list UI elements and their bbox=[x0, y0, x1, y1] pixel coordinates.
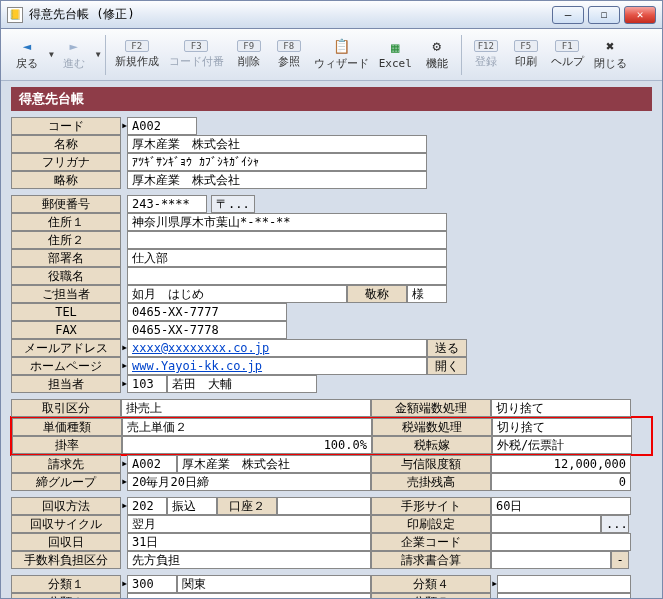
open-url-button[interactable]: 開く bbox=[427, 357, 467, 375]
value-note-site[interactable]: 60日 bbox=[491, 497, 631, 515]
value-bill-name: 厚木産業 株式会社 bbox=[177, 455, 371, 473]
value-inv-sum[interactable] bbox=[491, 551, 611, 569]
wizard-icon: 📋 bbox=[331, 38, 351, 54]
value-honorific[interactable]: 様 bbox=[407, 285, 447, 303]
label-account2: 口座２ bbox=[217, 497, 277, 515]
label-email: メールアドレス bbox=[11, 339, 121, 357]
value-recv-method-name: 振込 bbox=[167, 497, 217, 515]
wizard-button[interactable]: 📋 ウィザード bbox=[309, 32, 374, 78]
value-staff-name: 若田 大輔 bbox=[167, 375, 317, 393]
label-addr2: 住所２ bbox=[11, 231, 121, 249]
app-icon: 📒 bbox=[7, 7, 23, 23]
back-arrow-icon: ◄ bbox=[17, 38, 37, 54]
value-close-grp[interactable]: 20毎月20日締 bbox=[127, 473, 371, 491]
label-print-set: 印刷設定 bbox=[371, 515, 491, 533]
label-inv-sum: 請求書合算 bbox=[371, 551, 491, 569]
function-button[interactable]: ⚙ 機能 bbox=[417, 32, 457, 78]
label-fax: FAX bbox=[11, 321, 121, 339]
value-dept[interactable]: 仕入部 bbox=[127, 249, 447, 267]
value-recv-day[interactable]: 31日 bbox=[127, 533, 371, 551]
value-recv-method-code[interactable]: 202 bbox=[127, 497, 167, 515]
value-account2[interactable] bbox=[277, 497, 371, 515]
back-button[interactable]: ◄ 戻る bbox=[7, 32, 47, 78]
value-code[interactable]: A002 bbox=[127, 117, 197, 135]
label-furigana: フリガナ bbox=[11, 153, 121, 171]
value-tax-round[interactable]: 切り捨て bbox=[492, 418, 632, 436]
value-staff-code[interactable]: 103 bbox=[127, 375, 167, 393]
label-price-type: 単価種類 bbox=[12, 418, 122, 436]
label-title: 役職名 bbox=[11, 267, 121, 285]
new-button[interactable]: F2 新規作成 bbox=[110, 32, 164, 78]
maximize-button[interactable]: ☐ bbox=[588, 6, 620, 24]
window-title: 得意先台帳 (修正) bbox=[29, 6, 548, 23]
close-button[interactable]: ✖ 閉じる bbox=[589, 32, 632, 78]
value-recv-cycle[interactable]: 翌月 bbox=[127, 515, 371, 533]
inv-sum-minus-button[interactable]: - bbox=[611, 551, 629, 569]
label-name: 名称 bbox=[11, 135, 121, 153]
label-fee-kbn: 手数料負担区分 bbox=[11, 551, 121, 569]
label-amount-round: 金額端数処理 bbox=[371, 399, 491, 417]
value-cat2[interactable] bbox=[127, 593, 371, 598]
value-cat4[interactable] bbox=[497, 575, 631, 593]
value-addr2[interactable] bbox=[127, 231, 447, 249]
value-name[interactable]: 厚木産業 株式会社 bbox=[127, 135, 427, 153]
label-code: コード bbox=[11, 117, 121, 135]
label-tel: TEL bbox=[11, 303, 121, 321]
label-bill-to: 請求先 bbox=[11, 455, 121, 473]
value-short[interactable]: 厚木産業 株式会社 bbox=[127, 171, 427, 189]
address-lookup-button[interactable]: 〒... bbox=[211, 195, 255, 213]
value-fax[interactable]: 0465-XX-7778 bbox=[127, 321, 287, 339]
value-zip[interactable]: 243-**** bbox=[127, 195, 207, 213]
minimize-button[interactable]: — bbox=[552, 6, 584, 24]
value-tel[interactable]: 0465-XX-7777 bbox=[127, 303, 287, 321]
value-url[interactable]: www.Yayoi-kk.co.jp bbox=[127, 357, 427, 375]
excel-icon: ▦ bbox=[385, 39, 405, 55]
value-trade-kbn[interactable]: 掛売上 bbox=[121, 399, 371, 417]
value-print-set bbox=[491, 515, 601, 533]
value-ratio[interactable]: 100.0% bbox=[122, 436, 372, 454]
forward-dropdown-icon[interactable]: ▼ bbox=[96, 50, 101, 59]
code-assign-button[interactable]: F3 コード付番 bbox=[164, 32, 229, 78]
label-dept: 部署名 bbox=[11, 249, 121, 267]
value-bill-code[interactable]: A002 bbox=[127, 455, 177, 473]
label-ar-balance: 売掛残高 bbox=[371, 473, 491, 491]
value-corp-code[interactable] bbox=[491, 533, 631, 551]
print-set-button[interactable]: ... bbox=[601, 515, 629, 533]
send-mail-button[interactable]: 送る bbox=[427, 339, 467, 357]
value-ar-balance[interactable]: 0 bbox=[491, 473, 631, 491]
value-tax-shift[interactable]: 外税/伝票計 bbox=[492, 436, 632, 454]
label-recv-method: 回収方法 bbox=[11, 497, 121, 515]
gear-icon: ⚙ bbox=[427, 38, 447, 54]
label-short: 略称 bbox=[11, 171, 121, 189]
reference-button[interactable]: F8 参照 bbox=[269, 32, 309, 78]
label-recv-day: 回収日 bbox=[11, 533, 121, 551]
value-cat1-code[interactable]: 300 bbox=[127, 575, 177, 593]
value-price-type[interactable]: 売上単価２ bbox=[122, 418, 372, 436]
value-furigana[interactable]: ｱﾂｷﾞｻﾝｷﾞｮｳ ｶﾌﾞｼｷｶﾞｲｼｬ bbox=[127, 153, 427, 171]
value-cat1-name: 関東 bbox=[177, 575, 371, 593]
label-tax-round: 税端数処理 bbox=[372, 418, 492, 436]
close-window-button[interactable]: ✕ bbox=[624, 6, 656, 24]
register-button[interactable]: F12 登録 bbox=[466, 32, 506, 78]
value-email[interactable]: xxxx@xxxxxxxx.co.jp bbox=[127, 339, 427, 357]
forward-button[interactable]: ► 進む bbox=[54, 32, 94, 78]
print-button[interactable]: F5 印刷 bbox=[506, 32, 546, 78]
excel-button[interactable]: ▦ Excel bbox=[374, 32, 417, 78]
window-frame: 📒 得意先台帳 (修正) — ☐ ✕ ◄ 戻る ▼ ► 進む ▼ F2 新規作成… bbox=[0, 0, 663, 599]
highlighted-region: 単価種類 売上単価２ 税端数処理 切り捨て 掛率 100.0% 税転嫁 外税/伝… bbox=[10, 416, 653, 456]
value-fee-kbn[interactable]: 先方負担 bbox=[127, 551, 371, 569]
value-title[interactable] bbox=[127, 267, 447, 285]
value-contact[interactable]: 如月 はじめ bbox=[127, 285, 347, 303]
label-corp-code: 企業コード bbox=[371, 533, 491, 551]
label-cat4: 分類４ bbox=[371, 575, 491, 593]
forward-arrow-icon: ► bbox=[64, 38, 84, 54]
value-amount-round[interactable]: 切り捨て bbox=[491, 399, 631, 417]
value-cat5[interactable] bbox=[497, 593, 631, 598]
label-trade-kbn: 取引区分 bbox=[11, 399, 121, 417]
value-credit-limit[interactable]: 12,000,000 bbox=[491, 455, 631, 473]
delete-button[interactable]: F9 削除 bbox=[229, 32, 269, 78]
value-addr1[interactable]: 神奈川県厚木市葉山*-**-** bbox=[127, 213, 447, 231]
label-zip: 郵便番号 bbox=[11, 195, 121, 213]
help-button[interactable]: F1 ヘルプ bbox=[546, 32, 589, 78]
titlebar: 📒 得意先台帳 (修正) — ☐ ✕ bbox=[1, 1, 662, 29]
